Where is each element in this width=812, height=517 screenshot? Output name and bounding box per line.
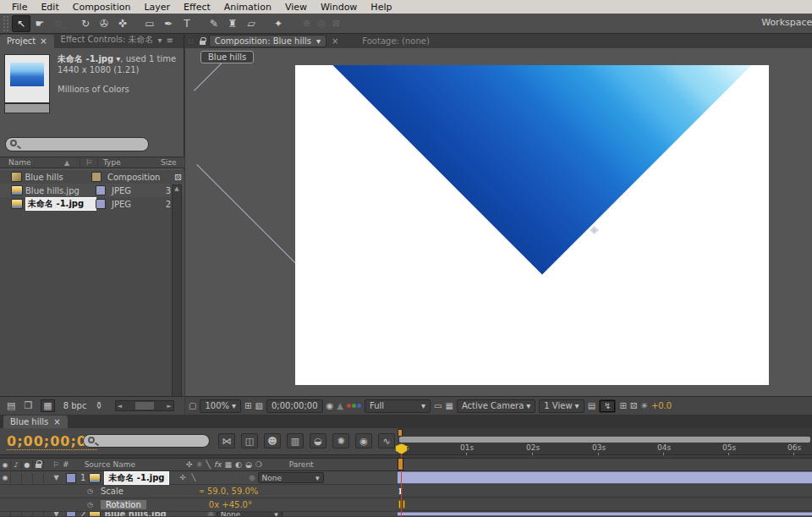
selected-keyframe-icon[interactable] <box>403 500 405 509</box>
auto-keyframe-icon[interactable]: ◉ <box>355 433 372 448</box>
hand-tool-icon[interactable]: ☛ <box>30 15 49 32</box>
resolution-select[interactable]: Full ▾ <box>365 399 431 413</box>
timeline-button-icon[interactable]: ▤ <box>588 401 595 410</box>
camera-tool-icon[interactable]: ✇ <box>95 15 113 32</box>
tab-footage[interactable]: Footage: (none) <box>362 36 429 46</box>
mask-visibility-icon[interactable]: ▧ <box>255 401 262 410</box>
panel-grip[interactable]: ∷ <box>189 37 195 46</box>
time-ruler[interactable]: 0s 01s 02s 03s 04s 05s 06s <box>398 428 812 455</box>
rotation-value[interactable]: 0x +45.0° <box>209 500 252 509</box>
channels-icon[interactable] <box>347 404 361 408</box>
switch-frame-blend-icon[interactable]: ◒ <box>245 460 252 469</box>
scale-value[interactable]: 59.0, 59.0% <box>207 487 258 496</box>
close-icon[interactable]: × <box>40 36 47 46</box>
interpret-footage-icon[interactable]: ▤ <box>7 400 15 411</box>
label-column-icon[interactable]: ⚐ <box>80 158 98 167</box>
project-vertical-scrollbar[interactable]: ▲ ▼ <box>172 184 182 413</box>
lock-icon[interactable] <box>200 41 206 45</box>
tab-composition[interactable]: Composition: Blue hills ▾ <box>209 35 326 47</box>
expand-arrow-icon[interactable]: ▼ <box>51 474 62 481</box>
composition-viewer[interactable]: Blue hills ✛ <box>185 48 812 396</box>
property-name[interactable]: Rotation <box>101 500 146 509</box>
switch-effect-icon[interactable]: ◐ <box>235 460 242 469</box>
breadcrumb[interactable]: Blue hills <box>200 51 254 63</box>
menu-file[interactable]: File <box>5 2 34 13</box>
property-row-rotation[interactable]: ◷ Rotation 0x +45.0° <box>0 498 398 512</box>
camera-view-select[interactable]: Active Camera ▾ <box>457 399 535 413</box>
pen-tool-icon[interactable]: ✒ <box>159 15 178 32</box>
magnification-select[interactable]: 100% ▾ <box>200 399 241 413</box>
zoom-tool-icon[interactable] <box>49 15 68 32</box>
tab-effect-controls[interactable]: Effect Controls: 未命名 ▾ ≡ <box>54 32 180 48</box>
layer-2-duration-bar[interactable] <box>398 512 812 516</box>
footage-thumbnail[interactable] <box>5 55 49 102</box>
graph-editor-icon[interactable]: ∿ <box>378 433 395 448</box>
view-layout-select[interactable]: 1 View ▾ <box>539 399 584 413</box>
trash-icon[interactable]: ⚱ <box>95 400 102 411</box>
close-icon[interactable]: × <box>53 417 60 426</box>
puppet-pin-tool-icon[interactable]: ✦ <box>269 15 288 32</box>
new-composition-icon[interactable]: ▦ <box>41 399 54 412</box>
solo-column-icon[interactable]: ● <box>22 459 33 470</box>
switch-collapse-icon[interactable]: ╲ <box>206 460 211 469</box>
anchor-point-icon[interactable]: ✛ <box>590 225 598 236</box>
parent-pickwhip-icon[interactable]: ◎ <box>247 474 258 481</box>
world-axis-icon[interactable]: ◎ <box>317 18 326 29</box>
project-search-input[interactable] <box>5 137 149 151</box>
item-name[interactable]: 未命名 -1.jpg <box>25 197 96 211</box>
lock-column-icon[interactable] <box>33 459 44 470</box>
rotation-track[interactable] <box>398 498 812 511</box>
local-axis-icon[interactable]: ⊕ <box>303 18 310 29</box>
text-tool-icon[interactable]: T <box>178 15 196 32</box>
menu-layer[interactable]: Layer <box>137 2 177 13</box>
brainstorm-icon[interactable]: ✺ <box>332 433 349 448</box>
switch-collapse-icon[interactable]: ╲ <box>189 474 200 481</box>
stopwatch-icon[interactable]: ◷ <box>85 487 96 495</box>
exposure-value[interactable]: +0.0 <box>651 401 672 410</box>
property-name[interactable]: Scale <box>101 487 123 496</box>
menu-edit[interactable]: Edit <box>34 2 65 13</box>
stopwatch-icon[interactable]: ◷ <box>85 501 96 509</box>
show-snapshot-icon[interactable]: ▲ <box>337 401 343 410</box>
toolbar-grip[interactable] <box>3 16 8 31</box>
eye-icon[interactable]: ◉ <box>0 473 11 483</box>
transparency-grid-icon[interactable]: ▦ <box>445 401 453 410</box>
scroll-left-icon[interactable]: ◄ <box>118 403 122 410</box>
grid-options-icon[interactable]: ⊞ <box>244 401 251 410</box>
video-column-icon[interactable]: ◉ <box>0 459 11 470</box>
item-name[interactable]: Blue hills.jpg <box>25 186 96 195</box>
parent-pickwhip-icon[interactable]: ◎ <box>206 512 217 517</box>
panel-menu-icon[interactable]: ≡ <box>167 36 173 45</box>
composition-canvas[interactable]: ✛ <box>295 65 769 385</box>
label-color-chip[interactable] <box>67 474 75 482</box>
source-name-column[interactable]: Source Name <box>85 460 135 469</box>
snapshot-camera-icon[interactable]: ◉ <box>326 401 334 410</box>
switch-fx-icon[interactable]: fx <box>214 460 222 469</box>
motion-blur-icon[interactable]: ◒ <box>310 433 326 448</box>
comp-flowchart-icon[interactable]: ↯ <box>599 399 616 413</box>
scroll-right-icon[interactable]: ► <box>167 403 171 410</box>
selection-tool-icon[interactable]: ↖ <box>12 15 30 32</box>
layer-row-1[interactable]: ◉ ▼ 1 未命名 -1.jpg ✣ ╲ ◎ None ▾ <box>0 471 398 485</box>
region-of-interest-icon[interactable]: ▭ <box>434 401 442 410</box>
frame-blend-icon[interactable]: ▥ <box>287 433 304 448</box>
scroll-up-icon[interactable]: ▲ <box>173 185 181 192</box>
column-type[interactable]: Type <box>98 158 161 167</box>
switch-position-icon[interactable]: ✣ <box>186 460 193 469</box>
expand-arrow-icon[interactable]: ▼ <box>51 512 62 517</box>
fit-view-icon[interactable]: ▢ <box>189 401 196 410</box>
column-name[interactable]: Name <box>0 158 64 167</box>
table-row-selected[interactable]: 未命名 -1.jpg JPEG 2 <box>0 197 184 211</box>
preview-timecode[interactable]: 0;00;00;00 <box>266 399 323 413</box>
layer-1-duration-bar[interactable] <box>398 471 812 484</box>
switch-3d-icon[interactable]: ❍ <box>255 460 262 469</box>
label-column-icon[interactable]: ⚐ <box>52 460 59 469</box>
layer-name[interactable]: Blue hills.jpg <box>104 512 166 517</box>
table-row[interactable]: Blue hills Composition ⚄ <box>0 170 184 184</box>
audio-column-icon[interactable]: ♪ <box>11 459 22 470</box>
work-area-start-handle[interactable] <box>398 429 403 437</box>
view-axis-icon[interactable]: ⊠ <box>332 18 340 29</box>
table-row[interactable]: Blue hills.jpg JPEG 3 <box>0 184 184 197</box>
menu-help[interactable]: Help <box>364 2 398 13</box>
property-row-scale[interactable]: ◷ Scale ∞ 59.0, 59.0% <box>0 485 398 498</box>
